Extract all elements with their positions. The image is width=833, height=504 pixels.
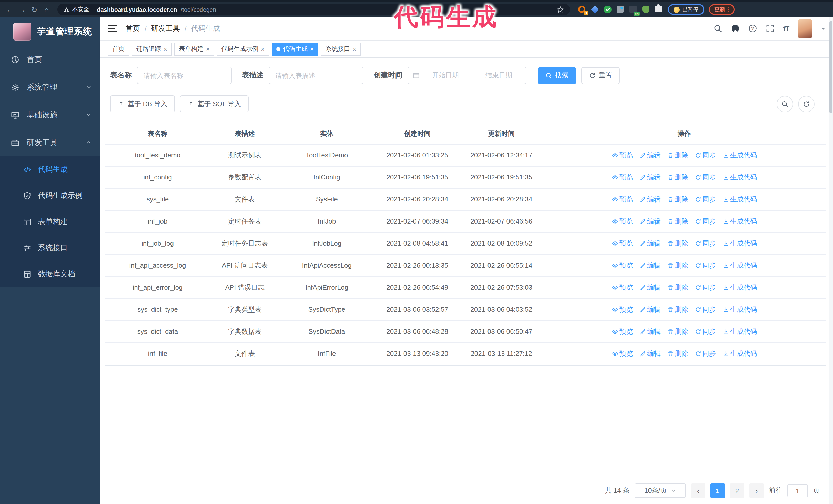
preview-link[interactable]: 预览 <box>612 349 633 358</box>
edit-link[interactable]: 编辑 <box>640 327 661 336</box>
edit-link[interactable]: 编辑 <box>640 349 661 358</box>
browser-update-button[interactable]: 更新 <box>709 4 735 15</box>
preview-link[interactable]: 预览 <box>612 239 633 248</box>
end-date-placeholder[interactable]: 结束日期 <box>476 71 521 80</box>
delete-link[interactable]: 删除 <box>667 217 688 226</box>
sync-link[interactable]: 同步 <box>695 261 716 270</box>
sidebar-item-system-management[interactable]: 系统管理 <box>0 73 100 101</box>
scrollbar-thumb[interactable] <box>829 21 832 113</box>
sync-link[interactable]: 同步 <box>695 239 716 248</box>
preview-link[interactable]: 预览 <box>612 305 633 314</box>
fullscreen-icon[interactable] <box>766 24 775 33</box>
sync-link[interactable]: 同步 <box>695 327 716 336</box>
sidebar-item-codegen-example[interactable]: 代码生成示例 <box>0 183 100 209</box>
close-icon[interactable]: × <box>206 46 210 52</box>
bookmark-star-icon[interactable] <box>557 6 564 13</box>
breadcrumb-home[interactable]: 首页 <box>125 24 140 33</box>
sidebar-item-db-doc[interactable]: 数据库文档 <box>0 261 100 287</box>
scrollbar[interactable] <box>829 17 833 504</box>
delete-link[interactable]: 删除 <box>667 239 688 248</box>
page-button-2[interactable]: 2 <box>730 483 744 498</box>
extensions-puzzle-icon[interactable] <box>655 5 663 14</box>
github-icon[interactable] <box>731 24 740 33</box>
delete-link[interactable]: 删除 <box>667 305 688 314</box>
table-name-input[interactable] <box>137 67 232 84</box>
delete-link[interactable]: 删除 <box>667 283 688 292</box>
goto-page-input[interactable] <box>787 484 808 497</box>
delete-link[interactable]: 删除 <box>667 349 688 358</box>
sidebar-item-dev-tools[interactable]: 研发工具 <box>0 129 100 157</box>
preview-link[interactable]: 预览 <box>612 217 633 226</box>
search-button[interactable]: 搜索 <box>538 67 576 84</box>
sync-link[interactable]: 同步 <box>695 349 716 358</box>
page-size-select[interactable]: 10条/页 <box>635 483 686 498</box>
sync-link[interactable]: 同步 <box>695 305 716 314</box>
preview-link[interactable]: 预览 <box>612 261 633 270</box>
avatar-caret-icon[interactable] <box>821 27 825 31</box>
delete-link[interactable]: 删除 <box>667 327 688 336</box>
browser-forward-button[interactable]: → <box>18 6 27 13</box>
generate-code-link[interactable]: 生成代码 <box>722 239 757 248</box>
generate-code-link[interactable]: 生成代码 <box>722 349 757 358</box>
close-icon[interactable]: × <box>261 46 264 52</box>
extension-animal-icon[interactable] <box>642 5 650 14</box>
browser-back-button[interactable]: ← <box>5 6 14 13</box>
preview-link[interactable]: 预览 <box>612 195 633 204</box>
browser-home-button[interactable]: ⌂ <box>42 6 51 13</box>
close-icon[interactable]: × <box>164 46 167 52</box>
help-icon[interactable] <box>748 24 757 33</box>
generate-code-link[interactable]: 生成代码 <box>722 305 757 314</box>
tab-tracing[interactable]: 链路追踪× <box>132 42 172 56</box>
edit-link[interactable]: 编辑 <box>640 283 661 292</box>
edit-link[interactable]: 编辑 <box>640 261 661 270</box>
sidebar-item-infrastructure[interactable]: 基础设施 <box>0 101 100 129</box>
browser-reload-button[interactable]: ↻ <box>30 6 39 13</box>
extension-gray-icon[interactable] <box>617 5 625 14</box>
sync-link[interactable]: 同步 <box>695 172 716 182</box>
delete-link[interactable]: 删除 <box>667 150 688 160</box>
extension-diamond-icon[interactable] <box>591 5 599 14</box>
generate-code-link[interactable]: 生成代码 <box>722 261 757 270</box>
app-logo-row[interactable]: 芋道管理系统 <box>0 17 100 46</box>
sidebar-item-home[interactable]: 首页 <box>0 46 100 73</box>
generate-code-link[interactable]: 生成代码 <box>722 283 757 292</box>
generate-code-link[interactable]: 生成代码 <box>722 327 757 336</box>
tab-system-api[interactable]: 系统接口× <box>321 42 361 56</box>
edit-link[interactable]: 编辑 <box>640 172 661 182</box>
delete-link[interactable]: 删除 <box>667 172 688 182</box>
tab-codegen[interactable]: 代码生成× <box>272 42 318 56</box>
hamburger-icon[interactable] <box>108 25 117 32</box>
tab-codegen-example[interactable]: 代码生成示例× <box>217 42 269 56</box>
edit-link[interactable]: 编辑 <box>640 239 661 248</box>
sync-link[interactable]: 同步 <box>695 150 716 160</box>
preview-link[interactable]: 预览 <box>612 172 633 182</box>
generate-code-link[interactable]: 生成代码 <box>722 217 757 226</box>
avatar[interactable] <box>798 19 812 38</box>
profile-paused-chip[interactable]: 已暂停 <box>668 4 704 15</box>
font-size-icon[interactable]: tT <box>783 24 789 32</box>
browser-menu-icon[interactable] <box>728 7 729 13</box>
extension-dark-icon[interactable]: on <box>629 5 638 14</box>
date-range-picker[interactable]: 开始日期 - 结束日期 <box>407 67 526 84</box>
generate-code-link[interactable]: 生成代码 <box>722 150 757 160</box>
edit-link[interactable]: 编辑 <box>640 305 661 314</box>
sync-link[interactable]: 同步 <box>695 195 716 204</box>
edit-link[interactable]: 编辑 <box>640 217 661 226</box>
sidebar-item-codegen[interactable]: 代码生成 <box>0 157 100 183</box>
start-date-placeholder[interactable]: 开始日期 <box>423 71 468 80</box>
preview-link[interactable]: 预览 <box>612 283 633 292</box>
delete-link[interactable]: 删除 <box>667 195 688 204</box>
preview-link[interactable]: 预览 <box>612 327 633 336</box>
sync-link[interactable]: 同步 <box>695 283 716 292</box>
close-icon[interactable]: × <box>310 46 314 52</box>
reset-button[interactable]: 重置 <box>581 67 620 84</box>
import-sql-button[interactable]: 基于 SQL 导入 <box>180 95 249 112</box>
breadcrumb-dev-tools[interactable]: 研发工具 <box>151 24 180 33</box>
preview-link[interactable]: 预览 <box>612 150 633 160</box>
next-page-button[interactable]: › <box>749 483 764 498</box>
edit-link[interactable]: 编辑 <box>640 195 661 204</box>
tab-form-builder[interactable]: 表单构建× <box>174 42 214 56</box>
import-db-button[interactable]: 基于 DB 导入 <box>110 95 175 112</box>
sidebar-item-system-api[interactable]: 系统接口 <box>0 235 100 261</box>
toggle-search-button[interactable] <box>777 96 793 112</box>
